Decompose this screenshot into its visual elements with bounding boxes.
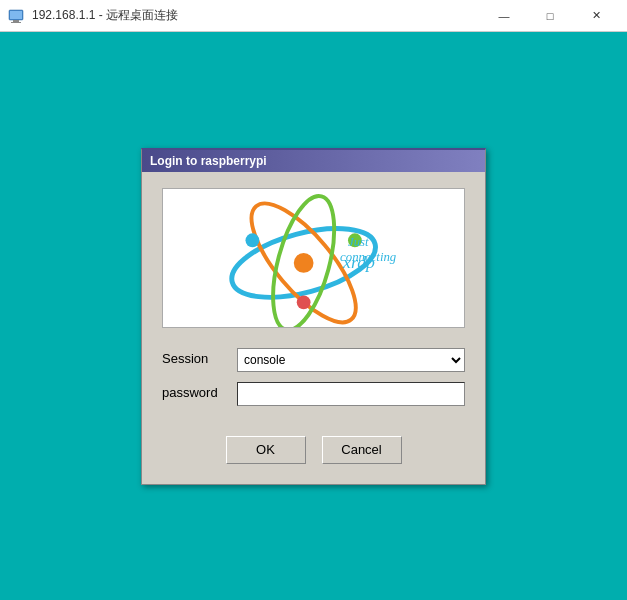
buttons-row: OK Cancel — [162, 436, 465, 464]
login-dialog: Login to raspberrypi — [141, 148, 486, 485]
dialog-title: Login to raspberrypi — [142, 150, 485, 172]
minimize-button[interactable]: — — [481, 0, 527, 32]
maximize-button[interactable]: □ — [527, 0, 573, 32]
app-icon — [8, 8, 24, 24]
svg-point-11 — [297, 295, 311, 309]
password-row: password — [162, 382, 465, 406]
password-label: password — [162, 385, 237, 402]
password-control — [237, 382, 465, 406]
svg-text:Just: Just — [348, 235, 369, 249]
session-select[interactable]: console Xvnc X11rdp — [237, 348, 465, 372]
svg-rect-3 — [10, 11, 22, 19]
title-bar: 192.168.1.1 - 远程桌面连接 — □ ✕ — [0, 0, 627, 32]
svg-point-8 — [294, 253, 314, 273]
window-title: 192.168.1.1 - 远程桌面连接 — [32, 7, 481, 24]
svg-rect-1 — [13, 20, 19, 22]
ok-button[interactable]: OK — [226, 436, 306, 464]
close-button[interactable]: ✕ — [573, 0, 619, 32]
session-control: console Xvnc X11rdp — [237, 348, 465, 372]
logo-area: xrdp Just connecting — [162, 188, 465, 328]
svg-point-9 — [245, 233, 259, 247]
session-label: Session — [162, 351, 237, 368]
dialog-content: xrdp Just connecting Session console Xvn… — [142, 172, 485, 484]
password-input[interactable] — [237, 382, 465, 406]
application-window: 192.168.1.1 - 远程桌面连接 — □ ✕ Login to rasp… — [0, 0, 627, 600]
session-row: Session console Xvnc X11rdp — [162, 348, 465, 372]
main-area: Login to raspberrypi — [0, 32, 627, 600]
svg-text:connecting: connecting — [340, 249, 397, 263]
svg-rect-2 — [11, 22, 21, 23]
window-controls: — □ ✕ — [481, 0, 619, 32]
cancel-button[interactable]: Cancel — [322, 436, 402, 464]
xrdp-logo: xrdp Just connecting — [163, 189, 464, 327]
